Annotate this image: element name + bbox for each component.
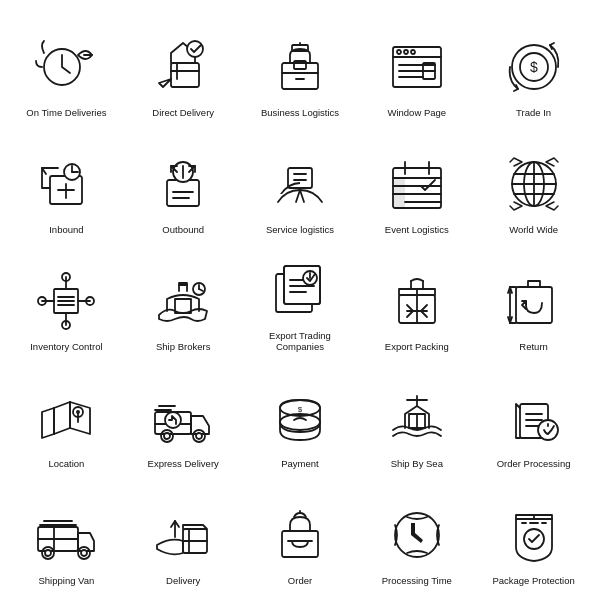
outbound-icon	[147, 148, 219, 220]
return-label: Return	[519, 341, 548, 352]
svg-point-112	[45, 550, 51, 556]
icon-cell-event-logistics: Event Logistics	[358, 125, 475, 242]
ship-by-sea-icon	[381, 382, 453, 454]
svg-point-90	[164, 433, 170, 439]
order-processing-label: Order Processing	[497, 458, 571, 469]
processing-time-label: Processing Time	[382, 575, 452, 586]
business-logistics-label: Business Logistics	[261, 107, 339, 118]
svg-point-114	[81, 550, 87, 556]
icon-cell-processing-time: Processing Time	[358, 475, 475, 592]
icon-cell-order-processing: Order Processing	[475, 358, 592, 475]
icon-cell-export-trading-companies: Export Trading Companies	[242, 242, 359, 359]
payment-label: Payment	[281, 458, 319, 469]
svg-text:$: $	[298, 405, 303, 414]
world-wide-icon	[498, 148, 570, 220]
business-logistics-icon	[264, 31, 336, 103]
icon-cell-world-wide: World Wide	[475, 125, 592, 242]
svg-point-15	[411, 50, 415, 54]
icon-cell-ship-by-sea: Ship By Sea	[358, 358, 475, 475]
direct-delivery-icon	[147, 31, 219, 103]
inventory-control-label: Inventory Control	[30, 341, 102, 352]
icon-cell-inventory-control: Inventory Control	[8, 242, 125, 359]
express-delivery-icon	[147, 382, 219, 454]
ship-brokers-icon	[147, 265, 219, 337]
outbound-label: Outbound	[162, 224, 204, 235]
ship-by-sea-label: Ship By Sea	[391, 458, 443, 469]
export-packing-icon	[381, 265, 453, 337]
export-packing-label: Export Packing	[385, 341, 449, 352]
icon-cell-business-logistics: Business Logistics	[242, 8, 359, 125]
event-logistics-icon	[381, 148, 453, 220]
inbound-label: Inbound	[49, 224, 83, 235]
icon-cell-express-delivery: Express Delivery	[125, 358, 242, 475]
order-icon	[264, 499, 336, 571]
icon-cell-location: Location	[8, 358, 125, 475]
event-logistics-label: Event Logistics	[385, 224, 449, 235]
direct-delivery-label: Direct Delivery	[152, 107, 214, 118]
svg-rect-44	[393, 178, 405, 208]
icon-cell-export-packing: Export Packing	[358, 242, 475, 359]
location-label: Location	[48, 458, 84, 469]
icon-cell-window-page: Window Page	[358, 8, 475, 125]
shipping-van-icon	[30, 499, 102, 571]
svg-point-92	[196, 433, 202, 439]
svg-point-94	[165, 412, 181, 428]
icon-cell-package-protection: Package Protection	[475, 475, 592, 592]
order-processing-icon	[498, 382, 570, 454]
icon-cell-on-time-deliveries: On Time Deliveries	[8, 8, 125, 125]
inbound-icon	[30, 148, 102, 220]
icon-grid: On Time Deliveries Direct Delivery	[0, 0, 600, 600]
package-protection-label: Package Protection	[492, 575, 574, 586]
svg-rect-2	[171, 63, 199, 87]
icon-cell-outbound: Outbound	[125, 125, 242, 242]
svg-point-14	[404, 50, 408, 54]
service-logistics-label: Service logistics	[266, 224, 334, 235]
svg-text:$: $	[530, 59, 538, 75]
svg-rect-61	[175, 299, 191, 313]
icon-cell-trade-in: $ Trade In	[475, 8, 592, 125]
icon-cell-ship-brokers: Ship Brokers	[125, 242, 242, 359]
icon-cell-return: Return	[475, 242, 592, 359]
location-icon	[30, 382, 102, 454]
on-time-deliveries-icon	[30, 31, 102, 103]
order-label: Order	[288, 575, 312, 586]
processing-time-icon	[381, 499, 453, 571]
delivery-icon	[147, 499, 219, 571]
svg-rect-123	[282, 531, 318, 557]
icon-cell-order: Order	[242, 475, 359, 592]
svg-point-3	[187, 41, 203, 57]
package-protection-icon	[498, 499, 570, 571]
icon-cell-payment: $ Payment	[242, 358, 359, 475]
window-page-label: Window Page	[387, 107, 446, 118]
delivery-label: Delivery	[166, 575, 200, 586]
shipping-van-label: Shipping Van	[38, 575, 94, 586]
trade-in-label: Trade In	[516, 107, 551, 118]
world-wide-label: World Wide	[509, 224, 558, 235]
trade-in-icon: $	[498, 31, 570, 103]
svg-point-13	[397, 50, 401, 54]
payment-icon: $	[264, 382, 336, 454]
icon-cell-shipping-van: Shipping Van	[8, 475, 125, 592]
svg-rect-29	[167, 180, 199, 206]
ship-brokers-label: Ship Brokers	[156, 341, 210, 352]
express-delivery-label: Express Delivery	[148, 458, 219, 469]
return-icon	[498, 265, 570, 337]
window-page-icon	[381, 31, 453, 103]
on-time-deliveries-label: On Time Deliveries	[26, 107, 106, 118]
svg-point-87	[76, 410, 80, 414]
icon-cell-direct-delivery: Direct Delivery	[125, 8, 242, 125]
export-trading-companies-icon	[264, 254, 336, 326]
inventory-control-icon	[30, 265, 102, 337]
service-logistics-icon	[264, 148, 336, 220]
icon-cell-service-logistics: Service logistics	[242, 125, 359, 242]
export-trading-companies-label: Export Trading Companies	[250, 330, 350, 353]
svg-point-108	[538, 420, 558, 440]
icon-cell-delivery: Delivery	[125, 475, 242, 592]
icon-cell-inbound: Inbound	[8, 125, 125, 242]
svg-rect-6	[282, 63, 318, 89]
